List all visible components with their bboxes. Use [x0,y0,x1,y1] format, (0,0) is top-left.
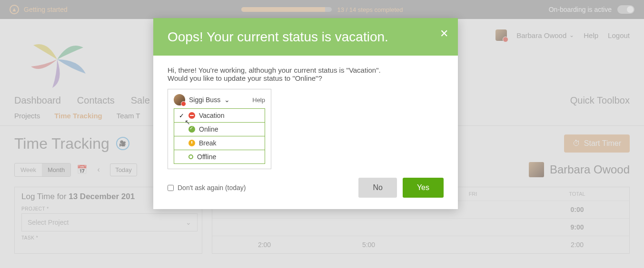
status-label: Break [199,139,217,147]
status-user-name: Siggi Buss [189,96,220,104]
modal-line2: Would you like to update your status to … [168,74,444,82]
dont-ask-input[interactable] [168,185,174,191]
dont-ask-label: Don't ask again (today) [178,184,246,191]
status-item-offline[interactable]: Offline [174,150,265,163]
modal-header: Oops! Your current status is vacation. ✕ [153,18,458,56]
status-item-online[interactable]: Online [174,123,265,136]
status-item-vacation[interactable]: ✓ Vacation ↖ [174,109,265,123]
avatar [174,94,185,105]
status-list: ✓ Vacation ↖ Online Break [174,108,265,164]
help-link[interactable]: Help [252,96,265,104]
check-icon: ✓ [179,112,185,119]
modal-title: Oops! Your current status is vacation. [168,29,444,45]
status-dot-break-icon [188,140,195,146]
status-label: Offline [197,153,216,161]
status-preview-box: Siggi Buss ⌄ Help ✓ Vacation ↖ Online [168,89,271,169]
yes-button[interactable]: Yes [403,178,444,198]
status-dot-online-icon [188,126,195,133]
status-modal: Oops! Your current status is vacation. ✕… [153,18,458,209]
status-label: Vacation [199,112,224,119]
modal-body: Hi, there! You're working, although your… [153,56,458,178]
status-user-row[interactable]: Siggi Buss ⌄ Help [174,94,265,105]
modal-line1: Hi, there! You're working, although your… [168,66,444,74]
status-item-break[interactable]: Break [174,136,265,150]
status-label: Online [199,125,218,133]
dont-ask-checkbox[interactable]: Don't ask again (today) [168,184,246,191]
close-icon[interactable]: ✕ [440,28,448,40]
status-dot-offline-icon [188,154,193,159]
chevron-down-icon: ⌄ [224,96,230,104]
modal-footer: Don't ask again (today) No Yes [153,178,458,209]
no-button[interactable]: No [358,178,396,198]
status-dot-vacation-icon [188,112,195,119]
